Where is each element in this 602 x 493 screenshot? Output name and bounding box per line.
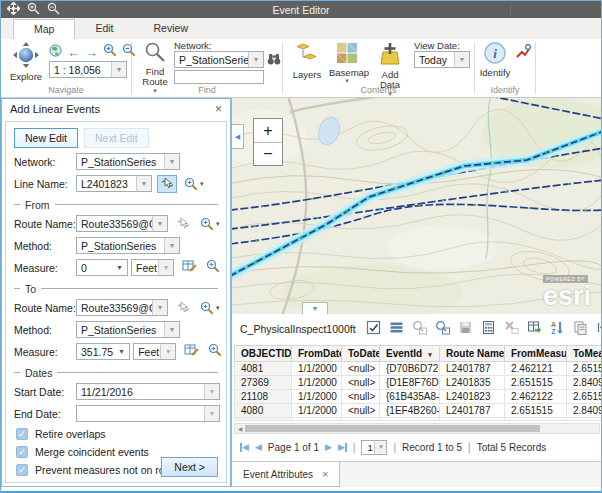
select-line-on-map-icon[interactable] [157,175,177,193]
zoom-out-icon[interactable] [47,1,60,19]
end-date-combo[interactable]: ▾ [76,405,220,422]
export-table-icon[interactable] [527,320,542,339]
chevron-down-icon[interactable]: ▾ [454,52,469,67]
table-row[interactable]: 211081/1/2000<null>{61B435A8-32L24018232… [235,390,602,404]
zoom-to-line-button[interactable]: ▾ [184,177,204,191]
from-route-name-combo[interactable]: Route33569@Cent ▾ [76,215,168,232]
full-extent-globe-icon[interactable] [49,43,62,61]
explore-button[interactable]: Explore [5,42,47,82]
checkbox-checked-icon[interactable]: ✓ [16,464,28,476]
zoom-to-from-route-button[interactable]: ▾ [200,217,220,231]
pan-to-selected-icon[interactable] [435,320,450,339]
tab-review[interactable]: Review [134,19,208,39]
attribute-table[interactable]: OBJECTID FromDate ToDate EventId▾ Route … [234,345,602,421]
checkbox-checked-icon[interactable]: ✓ [16,428,28,440]
chevron-down-icon[interactable]: ▾ [136,176,151,191]
from-unit-combo[interactable]: Feet ▾ [131,259,174,276]
next-button[interactable]: Next > [161,457,218,477]
next-page-button[interactable]: ▶ [325,442,332,452]
next-edit-button[interactable]: Next Edit [84,128,149,148]
tab-map[interactable]: Map [13,19,75,39]
basemap-button[interactable]: Basemap ▾ [329,42,365,83]
chevron-down-icon[interactable]: ▾ [158,260,173,275]
checkbox-checked-icon[interactable]: ✓ [16,446,28,458]
to-measure-combo[interactable]: 351.75 ▾ [76,343,130,360]
first-page-button[interactable]: ◀ [240,442,249,452]
save-icon[interactable] [458,320,473,339]
retire-overlaps-checkbox[interactable]: ✓ Retire overlaps [16,428,218,440]
close-icon[interactable]: × [215,102,222,116]
tab-event-attributes[interactable]: Event Attributes × [232,462,340,487]
table-row[interactable]: 273691/1/2000<null>{D1E8F76D-FL24018352.… [235,376,602,390]
chevron-down-icon[interactable]: ▾ [160,344,175,359]
from-measure-combo[interactable]: 0 ▾ [76,259,128,276]
sort-az-icon[interactable]: AZ [550,320,565,339]
select-to-route-on-map-icon[interactable] [173,299,193,317]
chevron-down-icon[interactable]: ▾ [164,238,179,253]
last-page-button[interactable]: ▶ [338,442,347,452]
from-method-combo[interactable]: P_StationSeries ▾ [76,237,180,254]
calculator-icon[interactable] [481,320,496,339]
chevron-down-icon[interactable]: ▾ [204,384,219,399]
forward-extent-icon[interactable]: → [85,46,98,59]
from-section-legend: From [14,199,218,210]
page-number-combo[interactable]: 1 ▾ [361,440,387,455]
select-records-icon[interactable] [366,320,381,339]
binoculars-icon[interactable] [267,52,281,70]
layers-button[interactable]: Layers [291,42,323,80]
chevron-down-icon[interactable]: ▾ [248,52,263,67]
map-view[interactable]: ◀ + − POWERED BY esri ▼ [231,98,602,314]
previous-page-button[interactable]: ◀ [255,442,262,452]
fit-columns-icon[interactable] [596,320,602,339]
start-date-combo[interactable]: 11/21/2016 ▾ [76,383,220,400]
line-name-combo[interactable]: L2401823 ▾ [76,175,152,192]
collapse-panel-arrow[interactable]: ◀ [232,124,244,149]
chevron-down-icon[interactable]: ▾ [152,216,167,231]
zoom-to-to-measure-icon[interactable] [208,343,222,361]
zoom-to-from-measure-icon[interactable] [206,259,220,277]
map-zoom-in-button[interactable]: + [254,119,282,142]
chevron-down-icon[interactable]: ▾ [114,344,129,359]
horizontal-scrollbar[interactable]: ◀ [234,423,600,434]
identify-button[interactable]: i Identify [477,42,513,78]
collapse-table-arrow[interactable]: ▼ [302,302,328,314]
back-extent-icon[interactable]: ← [67,46,80,59]
select-from-route-on-map-icon[interactable] [173,215,193,233]
to-measure-convert-icon[interactable] [184,342,199,361]
new-edit-button[interactable]: New Edit [14,128,78,148]
show-selected-rows-icon[interactable] [389,320,404,339]
chevron-down-icon[interactable]: ▾ [164,154,179,169]
scroll-left-icon: ◀ [235,425,245,432]
find-route-input[interactable] [174,70,264,84]
pan-icon[interactable] [7,1,20,19]
tab-edit[interactable]: Edit [75,19,133,39]
chevron-down-icon[interactable]: ▾ [152,300,167,315]
delete-selected-disabled-icon[interactable] [504,320,519,339]
copy-rows-icon[interactable] [573,320,588,339]
network-combo[interactable]: P_StationSeries ▾ [76,153,180,170]
chevron-down-icon[interactable]: ▾ [204,406,219,421]
chevron-down-icon[interactable]: ▾ [112,260,127,275]
chevron-down-icon[interactable]: ▾ [111,62,126,77]
scrollbar-thumb[interactable] [245,425,540,432]
zoom-in-icon[interactable] [27,1,40,19]
chevron-down-icon[interactable]: ▾ [164,322,179,337]
zoom-to-to-route-button[interactable]: ▾ [200,301,220,315]
layers-label: Layers [291,70,323,80]
to-route-name-combo[interactable]: Route33569@Cent ▾ [76,299,168,316]
ribbon-network-combo[interactable]: P_StationSeries ▾ [174,51,264,68]
identify-icon: i [484,42,506,64]
table-row[interactable]: 40811/1/2000<null>{D70B6D72-3L24017872.4… [235,362,602,376]
close-icon[interactable]: × [322,468,328,480]
scale-combo[interactable]: 1 : 18,056 ▾ [49,61,127,78]
to-unit-combo[interactable]: Feet ▾ [133,343,176,360]
zoom-to-selected-disabled-icon[interactable] [412,320,427,339]
zoom-in-map-icon[interactable] [103,43,117,61]
table-header-row[interactable]: OBJECTID FromDate ToDate EventId▾ Route … [235,346,602,362]
view-date-combo[interactable]: Today ▾ [414,51,470,68]
from-measure-convert-icon[interactable] [182,258,197,277]
map-zoom-out-button[interactable]: − [254,142,282,165]
table-row[interactable]: 40801/1/2000<null>{1EF4B260-F0L24017872.… [235,404,602,418]
to-method-combo[interactable]: P_StationSeries ▾ [76,321,180,338]
identify-route-location-icon[interactable] [515,44,531,64]
